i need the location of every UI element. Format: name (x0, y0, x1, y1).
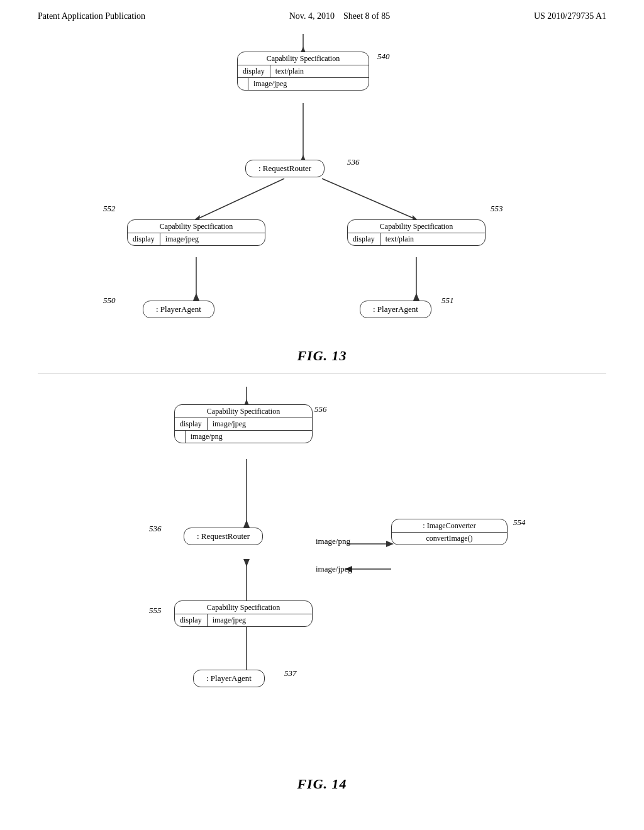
player-agent-550: : PlayerAgent (143, 301, 214, 318)
request-router-536-fig14: : RequestRouter (184, 528, 263, 545)
cap-spec-556: Capability Specification display image/j… (174, 404, 313, 443)
ref-556: 556 (314, 404, 327, 414)
cap-spec-555-title: Capability Specification (175, 601, 312, 614)
fig14-caption: FIG. 14 (39, 776, 605, 792)
ref-537: 537 (284, 668, 297, 678)
cap-spec-552: Capability Specification display image/j… (127, 219, 265, 246)
fig13-caption: FIG. 13 (39, 348, 605, 364)
image-converter-title: : ImageConverter (392, 519, 507, 533)
request-router-536: : RequestRouter (245, 160, 325, 177)
header-center: Nov. 4, 2010 Sheet 8 of 85 (289, 11, 390, 21)
cap-spec-552-title: Capability Specification (128, 220, 265, 233)
ref-550: 550 (103, 296, 116, 306)
figure-13: Capability Specification display text/pl… (39, 34, 605, 367)
ref-554: 554 (513, 517, 526, 528)
figure-14: Capability Specification display image/j… (39, 387, 605, 795)
cap-spec-555: Capability Specification display image/j… (174, 600, 313, 627)
svg-line-6 (322, 179, 416, 219)
svg-line-4 (196, 179, 284, 219)
ref-553: 553 (491, 204, 503, 214)
ref-536: 536 (347, 157, 360, 167)
ref-555: 555 (149, 606, 162, 616)
ref-551: 551 (441, 296, 454, 306)
cap-spec-553-title: Capability Specification (348, 220, 485, 233)
svg-marker-21 (243, 559, 250, 567)
ref-540: 540 (377, 52, 390, 62)
fig14-arrows (39, 387, 605, 795)
ref-552: 552 (103, 204, 116, 214)
player-agent-537: : PlayerAgent (193, 670, 265, 687)
header-right: US 2010/279735 A1 (534, 11, 606, 21)
cap-spec-553: Capability Specification display text/pl… (347, 219, 486, 246)
player-agent-551: : PlayerAgent (360, 301, 431, 318)
cap-spec-540-title: Capability Specification (238, 52, 369, 65)
svg-marker-15 (243, 520, 250, 528)
svg-marker-11 (413, 293, 419, 301)
label-image-png: image/png (316, 536, 350, 546)
label-image-jpeg: image/jpeg (316, 564, 352, 574)
cap-spec-556-title: Capability Specification (175, 405, 312, 418)
cap-spec-540: Capability Specification display text/pl… (237, 52, 369, 91)
ref-536-fig14: 536 (149, 524, 162, 534)
page-header: Patent Application Publication Nov. 4, 2… (0, 0, 644, 28)
svg-marker-9 (193, 293, 199, 301)
header-left: Patent Application Publication (38, 11, 145, 21)
image-converter-554: : ImageConverter convertImage() (391, 519, 508, 545)
